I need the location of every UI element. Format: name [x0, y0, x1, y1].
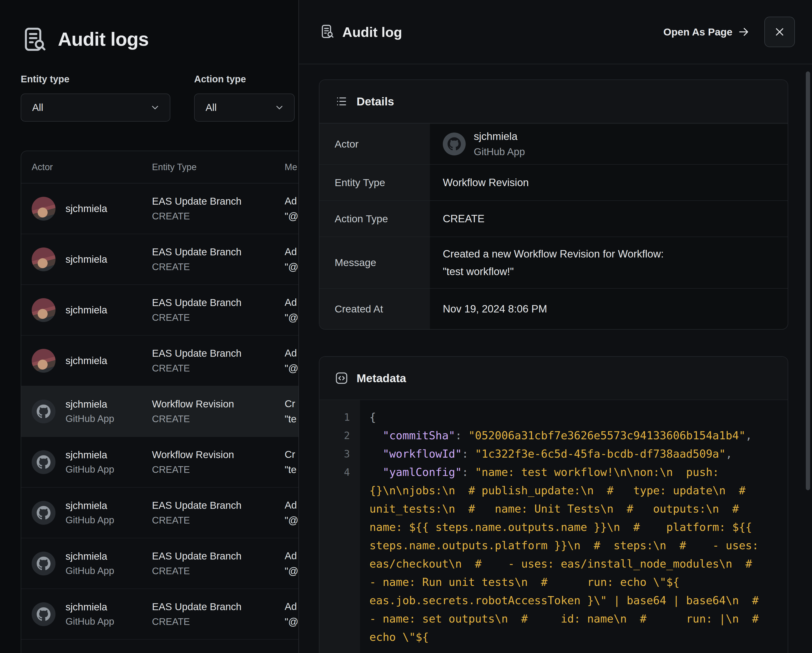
row-action-type: CREATE	[152, 616, 285, 627]
row-action-type: CREATE	[152, 414, 285, 424]
details-card-header: Details	[319, 80, 788, 123]
user-photo-avatar	[32, 298, 55, 322]
github-avatar	[32, 450, 55, 474]
action-type-label: Action type	[194, 74, 295, 84]
row-entity-type: Workflow Revision	[152, 652, 285, 653]
chevron-down-icon	[274, 102, 285, 113]
row-actor-subtitle: GitHub App	[66, 413, 114, 424]
panel-body: Details Actor sjchmiela GitHub App	[299, 64, 812, 653]
code-line-content: "commitSha": "052006a31cbf7e3626e5573c94…	[360, 426, 788, 445]
panel-title: Audit log	[342, 24, 402, 40]
list-icon	[335, 94, 348, 108]
row-entity-type: EAS Update Branch	[152, 550, 285, 562]
row-actor-name: sjchmiela	[66, 254, 107, 265]
close-icon	[774, 26, 785, 37]
row-entity-type: EAS Update Branch	[152, 196, 285, 207]
actor-subtitle: GitHub App	[474, 146, 525, 158]
close-button[interactable]	[765, 17, 795, 47]
github-app-avatar	[443, 132, 466, 155]
row-actor-name: sjchmiela	[66, 500, 114, 511]
detail-row-created-at: Created At Nov 19, 2024 8:06 PM	[319, 288, 788, 329]
entity-type-row-value: Workflow Revision	[430, 165, 788, 200]
arrow-right-icon	[738, 26, 749, 38]
line-number: 1	[319, 408, 360, 426]
chevron-down-icon	[150, 102, 160, 113]
code-line-content: {	[360, 408, 788, 426]
detail-row-message: Message Created a new Workflow Revision …	[319, 236, 788, 288]
row-actor-name: sjchmiela	[66, 601, 114, 613]
row-actor-subtitle: GitHub App	[66, 616, 114, 627]
audit-log-detail-panel: Audit log Open As Page Details	[298, 0, 812, 653]
row-action-type: CREATE	[152, 464, 285, 475]
row-action-type: CREATE	[152, 262, 285, 272]
table-header-entity-type: Entity Type	[152, 162, 285, 172]
row-entity-type: EAS Update Branch	[152, 297, 285, 308]
action-type-select[interactable]: All	[194, 93, 295, 122]
row-action-type: CREATE	[152, 211, 285, 222]
entity-type-row-label: Entity Type	[319, 165, 430, 200]
user-photo-avatar	[32, 197, 55, 221]
row-action-type: CREATE	[152, 363, 285, 374]
metadata-card: Metadata 1{2 "commitSha": "052006a31cbf7…	[319, 356, 788, 653]
actor-name: sjchmiela	[474, 130, 525, 142]
row-actor-subtitle: GitHub App	[66, 464, 114, 475]
line-number: 3	[319, 445, 360, 463]
code-line-content: "yamlConfig": "name: test workflow!\n\no…	[360, 463, 788, 646]
details-heading: Details	[357, 95, 394, 108]
row-entity-type: Workflow Revision	[152, 449, 285, 460]
code-line: 2 "commitSha": "052006a31cbf7e3626e5573c…	[319, 426, 788, 445]
detail-row-entity-type: Entity Type Workflow Revision	[319, 164, 788, 200]
code-line: 1{	[319, 408, 788, 426]
github-avatar	[32, 400, 55, 423]
github-icon	[37, 455, 50, 469]
audit-logs-app: Audit logs Entity type All Action type A…	[0, 0, 812, 653]
metadata-heading: Metadata	[357, 372, 406, 385]
audit-log-icon	[319, 24, 335, 40]
row-entity-type: EAS Update Branch	[152, 348, 285, 359]
entity-type-select[interactable]: All	[21, 93, 170, 122]
github-icon	[37, 557, 50, 571]
row-actor-name: sjchmiela	[66, 449, 114, 461]
panel-scrollbar[interactable]	[806, 72, 810, 490]
row-actor-name: sjchmiela	[66, 304, 107, 316]
metadata-code-block[interactable]: 1{2 "commitSha": "052006a31cbf7e3626e557…	[319, 400, 788, 653]
details-card: Details Actor sjchmiela GitHub App	[319, 79, 788, 330]
detail-row-action-type: Action Type CREATE	[319, 200, 788, 236]
action-type-row-value: CREATE	[430, 201, 788, 236]
row-entity-type: EAS Update Branch	[152, 601, 285, 613]
row-action-type: CREATE	[152, 566, 285, 576]
entity-type-value: All	[32, 102, 43, 113]
open-as-page-button[interactable]: Open As Page	[663, 26, 749, 38]
code-line-content: "workflowId": "1c322f3e-6c5d-45fa-bcdb-d…	[360, 445, 788, 463]
entity-type-filter: Entity type All	[21, 74, 170, 122]
entity-type-label: Entity type	[21, 74, 170, 84]
row-entity-type: Workflow Revision	[152, 398, 285, 410]
github-icon	[37, 405, 50, 419]
actor-label: Actor	[319, 124, 430, 164]
created-at-row-value: Nov 19, 2024 8:06 PM	[430, 289, 788, 329]
github-avatar	[32, 552, 55, 575]
created-at-row-label: Created At	[319, 289, 430, 329]
row-entity-type: EAS Update Branch	[152, 246, 285, 258]
github-icon	[37, 506, 50, 520]
row-actor-name: sjchmiela	[66, 399, 114, 410]
action-type-row-label: Action Type	[319, 201, 430, 236]
panel-header: Audit log Open As Page	[299, 0, 812, 64]
row-actor-name: sjchmiela	[66, 355, 107, 367]
page-title: Audit logs	[58, 28, 149, 50]
row-action-type: CREATE	[152, 312, 285, 323]
user-photo-avatar	[32, 349, 55, 373]
row-entity-type: EAS Update Branch	[152, 500, 285, 511]
code-line: 3 "workflowId": "1c322f3e-6c5d-45fa-bcdb…	[319, 445, 788, 463]
metadata-card-header: Metadata	[319, 357, 788, 400]
line-number: 2	[319, 426, 360, 445]
message-row-value: Created a new Workflow Revision for Work…	[443, 245, 664, 280]
action-type-value: All	[206, 102, 217, 113]
code-line: 4 "yamlConfig": "name: test workflow!\n\…	[319, 463, 788, 646]
github-avatar	[32, 602, 55, 626]
open-as-page-label: Open As Page	[663, 26, 733, 38]
user-photo-avatar	[32, 248, 55, 271]
audit-logs-icon	[21, 26, 48, 53]
line-number: 4	[319, 463, 360, 646]
row-actor-name: sjchmiela	[66, 551, 114, 562]
